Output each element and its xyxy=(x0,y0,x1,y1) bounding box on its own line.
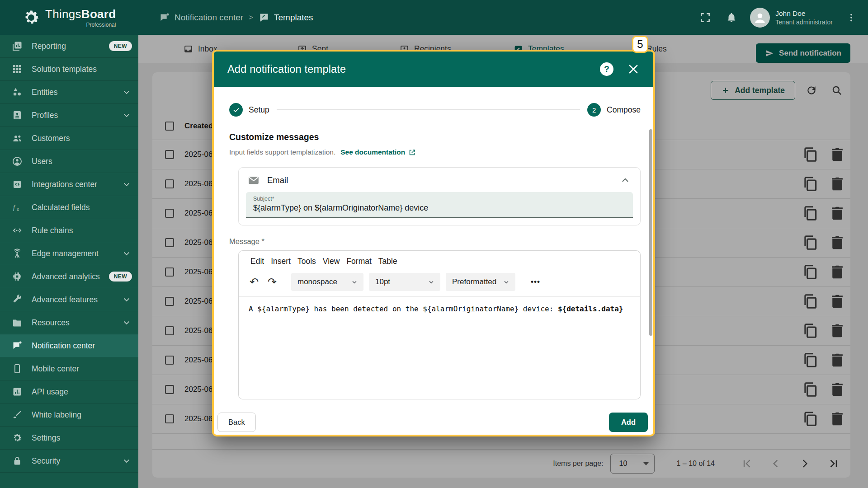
editor-menu-format[interactable]: Format xyxy=(346,257,371,266)
step-setup[interactable]: Setup xyxy=(229,103,269,117)
font-family-select[interactable]: monospace xyxy=(291,273,363,291)
stepper-connector xyxy=(277,109,580,110)
white-labeling-icon xyxy=(12,409,23,420)
sidebar-item-reporting[interactable]: Reporting NEW xyxy=(0,35,138,58)
more-menu-button[interactable] xyxy=(844,10,859,25)
envelope-icon xyxy=(248,174,259,186)
notifications-bell-button[interactable] xyxy=(724,10,739,25)
bell-icon xyxy=(726,12,737,23)
user-name: John Doe xyxy=(775,9,833,18)
sidebar-item-solution-templates[interactable]: Solution templates xyxy=(0,58,138,81)
add-button[interactable]: Add xyxy=(609,413,648,432)
subject-value: ${alarmType} on ${alarmOriginatorName} d… xyxy=(253,203,626,213)
breadcrumb-templates[interactable]: Templates xyxy=(259,12,313,23)
redo-icon[interactable]: ↷ xyxy=(263,273,281,291)
more-toolbar-button[interactable]: ••• xyxy=(531,277,540,286)
chevron-down-icon xyxy=(122,249,131,258)
check-icon xyxy=(232,106,240,114)
editor-menubar: Edit Insert Tools View Format Table xyxy=(239,251,640,270)
sidebar-item-rule-chains[interactable]: Rule chains xyxy=(0,219,138,242)
sidebar-item-settings[interactable]: Settings xyxy=(0,427,138,450)
user-menu[interactable]: John Doe Tenant administrator xyxy=(750,8,833,28)
fullscreen-icon xyxy=(699,12,711,23)
chevron-down-icon xyxy=(351,278,358,286)
app-root: ThingsBoard Professional Notification ce… xyxy=(0,0,868,488)
avatar-person-icon xyxy=(753,10,767,25)
new-badge: NEW xyxy=(109,41,132,51)
sidebar-item-entities[interactable]: Entities xyxy=(0,81,138,104)
editor-menu-tools[interactable]: Tools xyxy=(297,257,316,266)
help-button[interactable]: ? xyxy=(600,62,613,76)
subject-field[interactable]: Subject* ${alarmType} on ${alarmOriginat… xyxy=(246,192,633,218)
dialog-header: Add notification template ? xyxy=(214,52,653,87)
editor-menu-edit[interactable]: Edit xyxy=(250,257,264,266)
dialog-scrollbar[interactable] xyxy=(649,129,652,336)
users-icon xyxy=(12,156,23,167)
sidebar-item-resources[interactable]: Resources xyxy=(0,311,138,334)
profiles-icon xyxy=(12,110,23,121)
mobile-center-icon xyxy=(12,363,23,374)
dialog-body: Setup 2 Compose Customize messages Input… xyxy=(214,87,653,435)
dialog-title: Add notification template xyxy=(227,63,346,75)
security-icon xyxy=(12,455,23,466)
see-documentation-link[interactable]: See documentation xyxy=(340,148,416,156)
back-button[interactable]: Back xyxy=(217,413,256,432)
sidebar-item-calculated-fields[interactable]: fx Calculated fields xyxy=(0,196,138,219)
templatization-caption: Input fields support templatization. xyxy=(229,148,335,156)
templates-bubble-icon xyxy=(259,12,269,23)
section-title: Customize messages xyxy=(229,132,641,142)
sidebar-item-notification-center[interactable]: Notification center xyxy=(0,334,138,357)
chevron-down-icon xyxy=(122,295,131,304)
external-link-icon xyxy=(408,149,416,156)
edge-management-icon xyxy=(12,248,23,259)
notification-flag-icon xyxy=(159,12,170,23)
sidebar-item-advanced-features[interactable]: Advanced features xyxy=(0,288,138,311)
breadcrumb-notification-center[interactable]: Notification center xyxy=(159,12,243,23)
entities-icon xyxy=(12,87,23,98)
font-size-select[interactable]: 10pt xyxy=(369,273,440,291)
editor-menu-view[interactable]: View xyxy=(323,257,340,266)
undo-icon[interactable]: ↶ xyxy=(245,273,263,291)
add-notification-template-dialog: Add notification template ? Setup 2 Comp… xyxy=(212,50,655,436)
breadcrumb-separator: > xyxy=(249,13,253,22)
collapse-panel-button[interactable] xyxy=(620,175,630,185)
sidebar-item-security[interactable]: Security xyxy=(0,450,138,473)
calculated-fields-icon: fx xyxy=(12,202,23,213)
editor-menu-table[interactable]: Table xyxy=(378,257,397,266)
block-format-select[interactable]: Preformatted xyxy=(446,273,515,291)
chevron-down-icon xyxy=(122,111,131,120)
chevron-down-icon xyxy=(428,278,435,286)
chevron-down-icon xyxy=(122,88,131,97)
resources-icon xyxy=(12,317,23,328)
chevron-down-icon xyxy=(122,318,131,327)
sidebar-item-users[interactable]: Users xyxy=(0,150,138,173)
integrations-icon xyxy=(12,179,23,190)
step-compose[interactable]: 2 Compose xyxy=(587,103,641,117)
sidebar-item-api-usage[interactable]: API usage xyxy=(0,380,138,404)
sidebar-item-white-labeling[interactable]: White labeling xyxy=(0,404,138,427)
fullscreen-button[interactable] xyxy=(698,10,713,25)
editor-menu-insert[interactable]: Insert xyxy=(271,257,291,266)
new-badge: NEW xyxy=(109,272,132,282)
sidebar-item-customers[interactable]: Customers xyxy=(0,127,138,150)
svg-text:x: x xyxy=(17,207,19,212)
avatar xyxy=(750,8,770,28)
sidebar-item-edge-management[interactable]: Edge management xyxy=(0,242,138,265)
sidebar-item-advanced-analytics[interactable]: Advanced analytics NEW xyxy=(0,265,138,288)
close-icon[interactable] xyxy=(627,63,640,75)
sidebar-item-mobile-center[interactable]: Mobile center xyxy=(0,357,138,380)
thingsboard-logo[interactable]: ThingsBoard Professional xyxy=(22,0,116,35)
step-compose-number: 2 xyxy=(587,103,601,117)
notification-center-icon xyxy=(12,340,23,351)
rule-chains-icon xyxy=(12,225,23,236)
message-body[interactable]: A ${alarmType} has been detected on the … xyxy=(239,297,640,313)
sidebar-item-integrations-center[interactable]: Integrations center xyxy=(0,173,138,196)
logo-subtitle: Professional xyxy=(86,22,116,28)
message-label: Message * xyxy=(229,237,641,246)
sidebar-item-profiles[interactable]: Profiles xyxy=(0,104,138,127)
more-vert-icon xyxy=(846,13,856,23)
chevron-down-icon xyxy=(122,180,131,189)
chevron-down-icon xyxy=(122,456,131,465)
sidebar-nav: Reporting NEW Solution templates Entitie… xyxy=(0,35,138,488)
logo-title: ThingsBoard xyxy=(45,7,116,21)
